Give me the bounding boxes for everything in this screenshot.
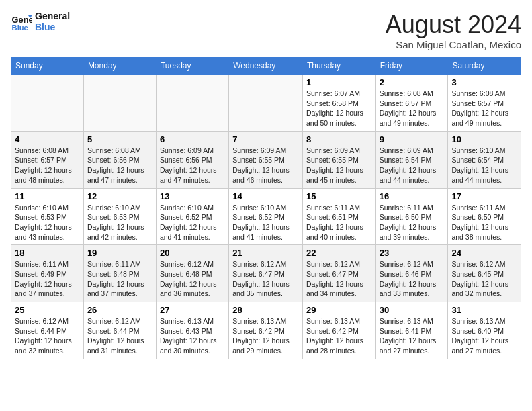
- day-info: Sunrise: 6:10 AMSunset: 6:54 PMDaylight:…: [451, 146, 517, 185]
- weekday-header-tuesday: Tuesday: [156, 58, 228, 75]
- calendar-cell: 17Sunrise: 6:11 AMSunset: 6:50 PMDayligh…: [448, 188, 521, 245]
- calendar-cell: 7Sunrise: 6:09 AMSunset: 6:55 PMDaylight…: [229, 131, 303, 188]
- day-number: 30: [380, 305, 445, 315]
- calendar-cell: 24Sunrise: 6:12 AMSunset: 6:45 PMDayligh…: [448, 245, 521, 302]
- day-info: Sunrise: 6:08 AMSunset: 6:56 PMDaylight:…: [87, 146, 152, 185]
- title-block: August 2024 San Miguel Coatlan, Mexico: [386, 11, 521, 50]
- day-info: Sunrise: 6:13 AMSunset: 6:43 PMDaylight:…: [160, 316, 225, 356]
- day-info: Sunrise: 6:12 AMSunset: 6:48 PMDaylight:…: [160, 259, 225, 299]
- day-number: 23: [380, 248, 445, 258]
- location-subtitle: San Miguel Coatlan, Mexico: [386, 39, 521, 50]
- day-number: 22: [306, 248, 372, 258]
- day-info: Sunrise: 6:09 AMSunset: 6:56 PMDaylight:…: [160, 146, 225, 185]
- day-number: 19: [87, 248, 152, 258]
- day-number: 6: [160, 134, 225, 144]
- day-info: Sunrise: 6:13 AMSunset: 6:40 PMDaylight:…: [451, 316, 517, 356]
- weekday-header-sunday: Sunday: [11, 58, 84, 75]
- calendar-cell: 31Sunrise: 6:13 AMSunset: 6:40 PMDayligh…: [448, 302, 521, 359]
- calendar-cell: [11, 75, 84, 132]
- day-number: 5: [87, 134, 152, 144]
- day-number: 21: [232, 248, 299, 258]
- day-number: 11: [15, 191, 80, 201]
- calendar-cell: 21Sunrise: 6:12 AMSunset: 6:47 PMDayligh…: [229, 245, 303, 302]
- day-number: 27: [160, 305, 225, 315]
- week-row-5: 25Sunrise: 6:12 AMSunset: 6:44 PMDayligh…: [11, 302, 521, 359]
- logo-icon: General Blue: [11, 11, 32, 32]
- day-info: Sunrise: 6:12 AMSunset: 6:44 PMDaylight:…: [87, 316, 152, 356]
- day-info: Sunrise: 6:12 AMSunset: 6:47 PMDaylight:…: [232, 259, 299, 299]
- calendar-cell: 27Sunrise: 6:13 AMSunset: 6:43 PMDayligh…: [156, 302, 228, 359]
- day-number: 2: [380, 77, 445, 87]
- day-number: 9: [380, 134, 445, 144]
- calendar-cell: 15Sunrise: 6:11 AMSunset: 6:51 PMDayligh…: [303, 188, 376, 245]
- day-number: 17: [451, 191, 517, 201]
- day-info: Sunrise: 6:10 AMSunset: 6:52 PMDaylight:…: [232, 203, 299, 242]
- calendar-cell: [229, 75, 303, 132]
- week-row-1: 1Sunrise: 6:07 AMSunset: 6:58 PMDaylight…: [11, 75, 521, 132]
- day-number: 26: [87, 305, 152, 315]
- day-info: Sunrise: 6:12 AMSunset: 6:46 PMDaylight:…: [380, 259, 445, 299]
- logo-blue: Blue: [35, 21, 70, 32]
- day-info: Sunrise: 6:13 AMSunset: 6:41 PMDaylight:…: [380, 316, 445, 356]
- day-number: 31: [451, 305, 517, 315]
- weekday-header-wednesday: Wednesday: [229, 58, 303, 75]
- day-info: Sunrise: 6:08 AMSunset: 6:57 PMDaylight:…: [451, 89, 517, 128]
- day-number: 24: [451, 248, 517, 258]
- day-info: Sunrise: 6:10 AMSunset: 6:53 PMDaylight:…: [87, 203, 152, 242]
- calendar-cell: 8Sunrise: 6:09 AMSunset: 6:55 PMDaylight…: [303, 131, 376, 188]
- weekday-header-thursday: Thursday: [303, 58, 376, 75]
- day-number: 18: [15, 248, 80, 258]
- logo-general: General: [35, 11, 70, 21]
- calendar-cell: 2Sunrise: 6:08 AMSunset: 6:57 PMDaylight…: [375, 75, 448, 132]
- calendar-cell: 1Sunrise: 6:07 AMSunset: 6:58 PMDaylight…: [303, 75, 376, 132]
- day-number: 15: [306, 191, 372, 201]
- calendar-cell: 18Sunrise: 6:11 AMSunset: 6:49 PMDayligh…: [11, 245, 84, 302]
- day-info: Sunrise: 6:07 AMSunset: 6:58 PMDaylight:…: [306, 89, 372, 128]
- calendar-cell: 3Sunrise: 6:08 AMSunset: 6:57 PMDaylight…: [448, 75, 521, 132]
- day-info: Sunrise: 6:11 AMSunset: 6:51 PMDaylight:…: [306, 203, 372, 242]
- day-info: Sunrise: 6:10 AMSunset: 6:52 PMDaylight:…: [160, 203, 225, 242]
- weekday-header-friday: Friday: [375, 58, 448, 75]
- calendar-cell: [83, 75, 156, 132]
- day-number: 14: [232, 191, 299, 201]
- day-info: Sunrise: 6:09 AMSunset: 6:55 PMDaylight:…: [306, 146, 372, 185]
- day-info: Sunrise: 6:12 AMSunset: 6:45 PMDaylight:…: [451, 259, 517, 299]
- day-info: Sunrise: 6:08 AMSunset: 6:57 PMDaylight:…: [15, 146, 80, 185]
- day-info: Sunrise: 6:11 AMSunset: 6:50 PMDaylight:…: [451, 203, 517, 242]
- day-info: Sunrise: 6:11 AMSunset: 6:49 PMDaylight:…: [15, 259, 80, 299]
- day-number: 7: [232, 134, 299, 144]
- page-header: General Blue General Blue August 2024 Sa…: [11, 11, 521, 50]
- weekday-header-row: SundayMondayTuesdayWednesdayThursdayFrid…: [11, 58, 521, 75]
- calendar-cell: 25Sunrise: 6:12 AMSunset: 6:44 PMDayligh…: [11, 302, 84, 359]
- calendar-cell: 26Sunrise: 6:12 AMSunset: 6:44 PMDayligh…: [83, 302, 156, 359]
- calendar-cell: 16Sunrise: 6:11 AMSunset: 6:50 PMDayligh…: [375, 188, 448, 245]
- calendar-cell: 11Sunrise: 6:10 AMSunset: 6:53 PMDayligh…: [11, 188, 84, 245]
- day-number: 4: [15, 134, 80, 144]
- day-info: Sunrise: 6:12 AMSunset: 6:44 PMDaylight:…: [15, 316, 80, 356]
- calendar-cell: 10Sunrise: 6:10 AMSunset: 6:54 PMDayligh…: [448, 131, 521, 188]
- calendar-cell: 23Sunrise: 6:12 AMSunset: 6:46 PMDayligh…: [375, 245, 448, 302]
- calendar-cell: 30Sunrise: 6:13 AMSunset: 6:41 PMDayligh…: [375, 302, 448, 359]
- day-info: Sunrise: 6:09 AMSunset: 6:55 PMDaylight:…: [232, 146, 299, 185]
- calendar-cell: 6Sunrise: 6:09 AMSunset: 6:56 PMDaylight…: [156, 131, 228, 188]
- svg-text:Blue: Blue: [12, 24, 28, 32]
- calendar-cell: 4Sunrise: 6:08 AMSunset: 6:57 PMDaylight…: [11, 131, 84, 188]
- week-row-2: 4Sunrise: 6:08 AMSunset: 6:57 PMDaylight…: [11, 131, 521, 188]
- day-number: 16: [380, 191, 445, 201]
- weekday-header-monday: Monday: [83, 58, 156, 75]
- day-info: Sunrise: 6:12 AMSunset: 6:47 PMDaylight:…: [306, 259, 372, 299]
- day-number: 12: [87, 191, 152, 201]
- day-info: Sunrise: 6:13 AMSunset: 6:42 PMDaylight:…: [306, 316, 372, 356]
- day-info: Sunrise: 6:09 AMSunset: 6:54 PMDaylight:…: [380, 146, 445, 185]
- day-number: 29: [306, 305, 372, 315]
- month-year-title: August 2024: [386, 11, 521, 39]
- day-info: Sunrise: 6:13 AMSunset: 6:42 PMDaylight:…: [232, 316, 299, 356]
- day-info: Sunrise: 6:11 AMSunset: 6:48 PMDaylight:…: [87, 259, 152, 299]
- day-info: Sunrise: 6:08 AMSunset: 6:57 PMDaylight:…: [380, 89, 445, 128]
- weekday-header-saturday: Saturday: [448, 58, 521, 75]
- logo: General Blue General Blue: [11, 11, 70, 32]
- calendar-cell: 28Sunrise: 6:13 AMSunset: 6:42 PMDayligh…: [229, 302, 303, 359]
- day-number: 10: [451, 134, 517, 144]
- week-row-3: 11Sunrise: 6:10 AMSunset: 6:53 PMDayligh…: [11, 188, 521, 245]
- calendar-cell: 20Sunrise: 6:12 AMSunset: 6:48 PMDayligh…: [156, 245, 228, 302]
